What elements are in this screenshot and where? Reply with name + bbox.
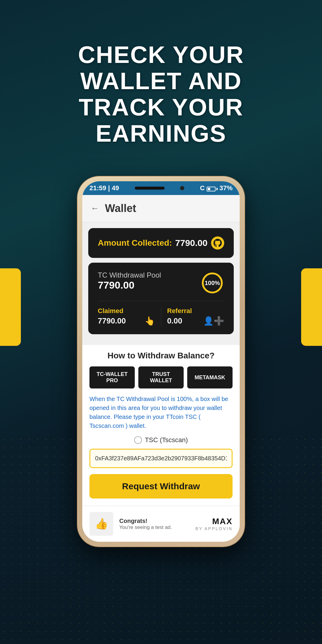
- tsc-radio-row: TSC (Tscscan): [89, 436, 233, 444]
- claimed-value: 7790.00: [98, 316, 126, 326]
- camera: [180, 186, 184, 190]
- right-deco: [301, 268, 322, 346]
- pool-label: TC Withdrawal Pool: [98, 271, 161, 279]
- amount-value-row: 7790.00: [175, 236, 224, 250]
- status-time: 21:59 | 49: [89, 184, 119, 192]
- status-bar: 21:59 | 49 C 37%: [82, 181, 240, 195]
- pool-card: TC Withdrawal Pool 7790.00 100%: [88, 263, 234, 334]
- referral-label: Referral: [167, 307, 225, 315]
- wallet-address-input[interactable]: [89, 449, 233, 468]
- ad-congrats: Congrats!: [119, 518, 189, 524]
- claimed-label: Claimed: [98, 307, 155, 315]
- amount-collected-card: Amount Collected: 7790.00: [88, 228, 234, 258]
- amount-label: Amount Collected:: [98, 238, 172, 248]
- status-signal: C 37%: [200, 184, 233, 192]
- app-content: Amount Collected: 7790.00: [82, 222, 240, 345]
- back-button[interactable]: ←: [91, 204, 99, 213]
- page-title: Wallet: [105, 202, 136, 215]
- tsc-label: TSC (Tscscan): [145, 436, 188, 444]
- ad-image: 👍: [89, 512, 113, 536]
- amount-value: 7790.00: [175, 238, 208, 248]
- max-logo: MAX BY APPLOVIN: [195, 517, 233, 531]
- touch-icon: 👆: [145, 316, 155, 326]
- circle-percent: 100%: [205, 280, 220, 287]
- battery-icon: [207, 187, 218, 191]
- hero-title: CHECK YOUR WALLET AND TRACK YOUR EARNING…: [0, 0, 322, 171]
- referral-value: 0.00: [167, 316, 182, 326]
- max-brand: MAX: [195, 517, 233, 526]
- max-sub: BY APPLOVIN: [195, 526, 233, 531]
- ad-text: Congrats! You're seeing a test ad.: [119, 518, 189, 530]
- metamask-button[interactable]: METAMASK: [187, 366, 233, 388]
- radio-button[interactable]: [134, 436, 142, 444]
- withdraw-section: How to Withdraw Balance? TC-WALLET PRO T…: [82, 345, 240, 506]
- app-header: ← Wallet: [82, 195, 240, 222]
- left-deco: [0, 268, 21, 346]
- withdraw-title: How to Withdraw Balance?: [89, 351, 233, 360]
- ad-banner: 👍 Congrats! You're seeing a test ad. MAX…: [82, 506, 240, 542]
- request-withdraw-button[interactable]: Request Withdraw: [89, 474, 233, 499]
- phone-mockup: 21:59 | 49 C 37% ← Wallet: [78, 177, 244, 547]
- circle-progress: 100%: [200, 271, 224, 295]
- notch: [135, 187, 165, 190]
- trust-wallet-button[interactable]: TRUST WALLET: [138, 366, 184, 388]
- pool-amount: 7790.00: [98, 279, 161, 291]
- wallet-buttons-row: TC-WALLET PRO TRUST WALLET METAMASK: [89, 366, 233, 388]
- withdraw-info-text: When the TC Withdrawal Pool is 100%, a b…: [89, 394, 233, 430]
- coin-icon: [211, 236, 224, 250]
- tc-wallet-pro-button[interactable]: TC-WALLET PRO: [89, 366, 135, 388]
- add-user-icon: 👤➕: [203, 316, 224, 326]
- ad-sub: You're seeing a test ad.: [119, 524, 189, 530]
